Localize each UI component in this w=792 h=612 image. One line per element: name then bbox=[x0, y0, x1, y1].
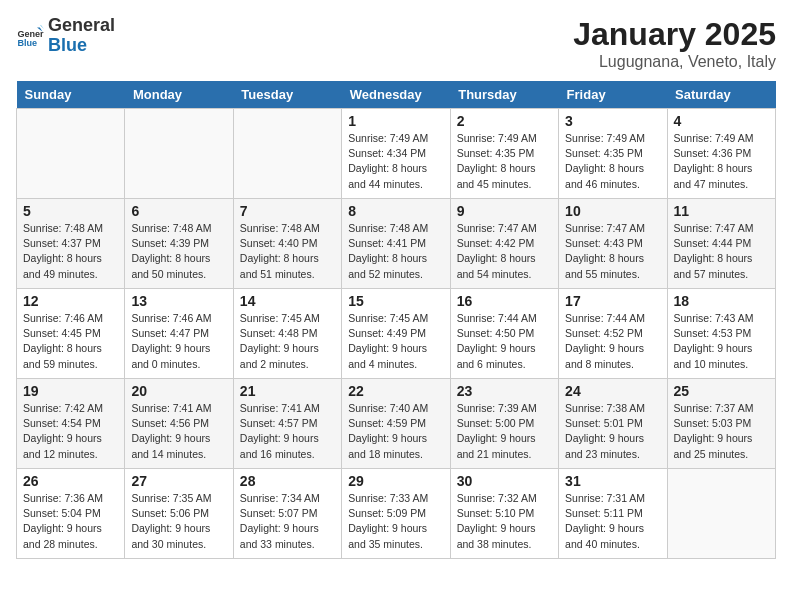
day-info: Sunrise: 7:49 AM Sunset: 4:36 PM Dayligh… bbox=[674, 131, 769, 192]
calendar-cell: 4Sunrise: 7:49 AM Sunset: 4:36 PM Daylig… bbox=[667, 109, 775, 199]
calendar-cell: 3Sunrise: 7:49 AM Sunset: 4:35 PM Daylig… bbox=[559, 109, 667, 199]
day-info: Sunrise: 7:48 AM Sunset: 4:39 PM Dayligh… bbox=[131, 221, 226, 282]
calendar-cell: 31Sunrise: 7:31 AM Sunset: 5:11 PM Dayli… bbox=[559, 469, 667, 559]
day-number: 6 bbox=[131, 203, 226, 219]
calendar-week-row: 12Sunrise: 7:46 AM Sunset: 4:45 PM Dayli… bbox=[17, 289, 776, 379]
calendar-cell: 15Sunrise: 7:45 AM Sunset: 4:49 PM Dayli… bbox=[342, 289, 450, 379]
weekday-header-tuesday: Tuesday bbox=[233, 81, 341, 109]
day-number: 30 bbox=[457, 473, 552, 489]
calendar-cell: 11Sunrise: 7:47 AM Sunset: 4:44 PM Dayli… bbox=[667, 199, 775, 289]
day-info: Sunrise: 7:44 AM Sunset: 4:52 PM Dayligh… bbox=[565, 311, 660, 372]
day-number: 3 bbox=[565, 113, 660, 129]
day-info: Sunrise: 7:46 AM Sunset: 4:45 PM Dayligh… bbox=[23, 311, 118, 372]
day-info: Sunrise: 7:32 AM Sunset: 5:10 PM Dayligh… bbox=[457, 491, 552, 552]
day-number: 9 bbox=[457, 203, 552, 219]
day-number: 28 bbox=[240, 473, 335, 489]
day-info: Sunrise: 7:31 AM Sunset: 5:11 PM Dayligh… bbox=[565, 491, 660, 552]
day-info: Sunrise: 7:42 AM Sunset: 4:54 PM Dayligh… bbox=[23, 401, 118, 462]
weekday-header-sunday: Sunday bbox=[17, 81, 125, 109]
day-info: Sunrise: 7:38 AM Sunset: 5:01 PM Dayligh… bbox=[565, 401, 660, 462]
calendar-cell: 30Sunrise: 7:32 AM Sunset: 5:10 PM Dayli… bbox=[450, 469, 558, 559]
calendar-cell: 16Sunrise: 7:44 AM Sunset: 4:50 PM Dayli… bbox=[450, 289, 558, 379]
calendar-cell: 29Sunrise: 7:33 AM Sunset: 5:09 PM Dayli… bbox=[342, 469, 450, 559]
day-info: Sunrise: 7:46 AM Sunset: 4:47 PM Dayligh… bbox=[131, 311, 226, 372]
day-info: Sunrise: 7:35 AM Sunset: 5:06 PM Dayligh… bbox=[131, 491, 226, 552]
weekday-header-wednesday: Wednesday bbox=[342, 81, 450, 109]
weekday-header-thursday: Thursday bbox=[450, 81, 558, 109]
day-number: 7 bbox=[240, 203, 335, 219]
day-number: 4 bbox=[674, 113, 769, 129]
title-area: January 2025 Lugugnana, Veneto, Italy bbox=[573, 16, 776, 71]
calendar-header-row: SundayMondayTuesdayWednesdayThursdayFrid… bbox=[17, 81, 776, 109]
day-number: 17 bbox=[565, 293, 660, 309]
calendar-week-row: 19Sunrise: 7:42 AM Sunset: 4:54 PM Dayli… bbox=[17, 379, 776, 469]
day-number: 16 bbox=[457, 293, 552, 309]
calendar-cell: 10Sunrise: 7:47 AM Sunset: 4:43 PM Dayli… bbox=[559, 199, 667, 289]
calendar-cell: 28Sunrise: 7:34 AM Sunset: 5:07 PM Dayli… bbox=[233, 469, 341, 559]
day-info: Sunrise: 7:41 AM Sunset: 4:57 PM Dayligh… bbox=[240, 401, 335, 462]
day-number: 11 bbox=[674, 203, 769, 219]
day-info: Sunrise: 7:47 AM Sunset: 4:42 PM Dayligh… bbox=[457, 221, 552, 282]
calendar-week-row: 1Sunrise: 7:49 AM Sunset: 4:34 PM Daylig… bbox=[17, 109, 776, 199]
logo: General Blue General Blue bbox=[16, 16, 115, 56]
calendar-cell: 18Sunrise: 7:43 AM Sunset: 4:53 PM Dayli… bbox=[667, 289, 775, 379]
calendar-cell bbox=[667, 469, 775, 559]
day-info: Sunrise: 7:39 AM Sunset: 5:00 PM Dayligh… bbox=[457, 401, 552, 462]
day-number: 29 bbox=[348, 473, 443, 489]
calendar-cell: 25Sunrise: 7:37 AM Sunset: 5:03 PM Dayli… bbox=[667, 379, 775, 469]
day-number: 24 bbox=[565, 383, 660, 399]
day-number: 26 bbox=[23, 473, 118, 489]
logo-icon: General Blue bbox=[16, 22, 44, 50]
day-info: Sunrise: 7:45 AM Sunset: 4:48 PM Dayligh… bbox=[240, 311, 335, 372]
weekday-header-monday: Monday bbox=[125, 81, 233, 109]
calendar-cell: 8Sunrise: 7:48 AM Sunset: 4:41 PM Daylig… bbox=[342, 199, 450, 289]
calendar-cell: 21Sunrise: 7:41 AM Sunset: 4:57 PM Dayli… bbox=[233, 379, 341, 469]
calendar-cell: 17Sunrise: 7:44 AM Sunset: 4:52 PM Dayli… bbox=[559, 289, 667, 379]
calendar-subtitle: Lugugnana, Veneto, Italy bbox=[573, 53, 776, 71]
day-number: 13 bbox=[131, 293, 226, 309]
logo-general-text: General bbox=[48, 15, 115, 35]
page-header: General Blue General Blue January 2025 L… bbox=[16, 16, 776, 71]
day-info: Sunrise: 7:49 AM Sunset: 4:35 PM Dayligh… bbox=[457, 131, 552, 192]
day-number: 14 bbox=[240, 293, 335, 309]
calendar-week-row: 5Sunrise: 7:48 AM Sunset: 4:37 PM Daylig… bbox=[17, 199, 776, 289]
calendar-cell: 7Sunrise: 7:48 AM Sunset: 4:40 PM Daylig… bbox=[233, 199, 341, 289]
day-number: 18 bbox=[674, 293, 769, 309]
day-number: 27 bbox=[131, 473, 226, 489]
weekday-header-friday: Friday bbox=[559, 81, 667, 109]
calendar-cell: 20Sunrise: 7:41 AM Sunset: 4:56 PM Dayli… bbox=[125, 379, 233, 469]
day-info: Sunrise: 7:45 AM Sunset: 4:49 PM Dayligh… bbox=[348, 311, 443, 372]
day-number: 21 bbox=[240, 383, 335, 399]
day-number: 5 bbox=[23, 203, 118, 219]
day-number: 15 bbox=[348, 293, 443, 309]
calendar-cell: 6Sunrise: 7:48 AM Sunset: 4:39 PM Daylig… bbox=[125, 199, 233, 289]
day-info: Sunrise: 7:33 AM Sunset: 5:09 PM Dayligh… bbox=[348, 491, 443, 552]
day-info: Sunrise: 7:41 AM Sunset: 4:56 PM Dayligh… bbox=[131, 401, 226, 462]
day-number: 23 bbox=[457, 383, 552, 399]
calendar-cell: 23Sunrise: 7:39 AM Sunset: 5:00 PM Dayli… bbox=[450, 379, 558, 469]
calendar-cell: 14Sunrise: 7:45 AM Sunset: 4:48 PM Dayli… bbox=[233, 289, 341, 379]
day-info: Sunrise: 7:48 AM Sunset: 4:37 PM Dayligh… bbox=[23, 221, 118, 282]
day-number: 12 bbox=[23, 293, 118, 309]
day-number: 31 bbox=[565, 473, 660, 489]
svg-text:Blue: Blue bbox=[17, 38, 37, 48]
calendar-cell: 22Sunrise: 7:40 AM Sunset: 4:59 PM Dayli… bbox=[342, 379, 450, 469]
calendar-cell bbox=[233, 109, 341, 199]
svg-marker-4 bbox=[40, 25, 44, 29]
day-info: Sunrise: 7:34 AM Sunset: 5:07 PM Dayligh… bbox=[240, 491, 335, 552]
calendar-cell: 19Sunrise: 7:42 AM Sunset: 4:54 PM Dayli… bbox=[17, 379, 125, 469]
calendar-cell bbox=[125, 109, 233, 199]
day-number: 25 bbox=[674, 383, 769, 399]
calendar-cell: 27Sunrise: 7:35 AM Sunset: 5:06 PM Dayli… bbox=[125, 469, 233, 559]
day-number: 22 bbox=[348, 383, 443, 399]
day-info: Sunrise: 7:49 AM Sunset: 4:34 PM Dayligh… bbox=[348, 131, 443, 192]
calendar-cell: 12Sunrise: 7:46 AM Sunset: 4:45 PM Dayli… bbox=[17, 289, 125, 379]
day-info: Sunrise: 7:43 AM Sunset: 4:53 PM Dayligh… bbox=[674, 311, 769, 372]
calendar-title: January 2025 bbox=[573, 16, 776, 53]
day-info: Sunrise: 7:48 AM Sunset: 4:40 PM Dayligh… bbox=[240, 221, 335, 282]
day-info: Sunrise: 7:49 AM Sunset: 4:35 PM Dayligh… bbox=[565, 131, 660, 192]
day-info: Sunrise: 7:36 AM Sunset: 5:04 PM Dayligh… bbox=[23, 491, 118, 552]
day-info: Sunrise: 7:48 AM Sunset: 4:41 PM Dayligh… bbox=[348, 221, 443, 282]
weekday-header-saturday: Saturday bbox=[667, 81, 775, 109]
calendar-cell: 2Sunrise: 7:49 AM Sunset: 4:35 PM Daylig… bbox=[450, 109, 558, 199]
